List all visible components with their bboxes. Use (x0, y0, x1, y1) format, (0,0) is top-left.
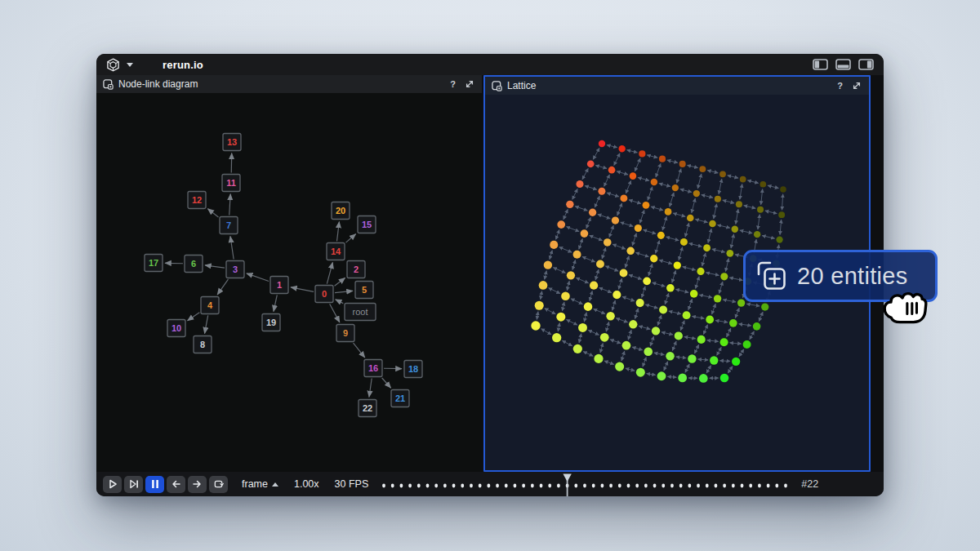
lattice-node[interactable] (659, 305, 667, 313)
graph-node-15[interactable]: 15 (358, 216, 376, 233)
help-icon[interactable]: ? (834, 81, 846, 91)
timeline-tick[interactable] (557, 484, 560, 488)
lattice-node[interactable] (556, 313, 565, 322)
lattice-node[interactable] (587, 160, 595, 167)
lattice-node[interactable] (737, 299, 745, 306)
lattice-node[interactable] (600, 333, 609, 342)
timeline-tick[interactable] (601, 484, 604, 488)
lattice-node[interactable] (740, 176, 746, 183)
lattice-node[interactable] (578, 323, 587, 332)
graph-node-14[interactable]: 14 (327, 243, 345, 260)
lattice-node[interactable] (743, 340, 751, 349)
panel-header-node-link[interactable]: Node-link diagram ? (96, 75, 482, 93)
lattice-node[interactable] (688, 354, 696, 362)
timeline-tick[interactable] (505, 484, 508, 488)
graph-node-9[interactable]: 9 (336, 325, 354, 342)
timeline-tick[interactable] (750, 484, 753, 488)
timeline-tick[interactable] (443, 484, 447, 488)
timeline-tick[interactable] (488, 484, 491, 488)
lattice-node[interactable] (644, 347, 653, 356)
lattice-node[interactable] (675, 331, 683, 340)
lattice-node[interactable] (674, 261, 681, 269)
graph-node-11[interactable]: 11 (222, 175, 240, 192)
timeline-tick[interactable] (575, 484, 578, 488)
help-icon[interactable]: ? (447, 79, 459, 89)
lattice-node[interactable] (531, 321, 540, 330)
timeline-tick[interactable] (391, 484, 394, 488)
timeline-tick[interactable] (514, 484, 517, 488)
timeline-tick[interactable] (627, 484, 630, 488)
graph-node-root[interactable]: root (345, 304, 376, 321)
graph-node-2[interactable]: 2 (347, 261, 365, 278)
lattice-node[interactable] (732, 358, 740, 366)
timeline-tick[interactable] (662, 484, 666, 488)
step-back-button[interactable] (167, 476, 185, 493)
timeline-tick[interactable] (706, 484, 709, 488)
lattice-node[interactable] (697, 268, 704, 275)
lattice-node[interactable] (699, 374, 708, 383)
lattice-node[interactable] (573, 251, 581, 259)
lattice-node[interactable] (680, 238, 688, 246)
timeline-tick[interactable] (697, 484, 700, 488)
lattice-node[interactable] (761, 303, 768, 310)
graph-node-13[interactable]: 13 (223, 134, 241, 151)
timeline-tick[interactable] (723, 484, 726, 488)
lattice-node[interactable] (703, 244, 710, 251)
lattice-node[interactable] (659, 156, 666, 162)
panel-header-lattice[interactable]: Lattice ? (485, 77, 869, 95)
lattice-node[interactable] (683, 311, 691, 319)
lattice-node[interactable] (620, 269, 628, 278)
lattice-node[interactable] (581, 229, 589, 238)
lattice-node[interactable] (552, 333, 561, 342)
lattice-node[interactable] (636, 368, 645, 377)
timeline-tick[interactable] (496, 484, 499, 488)
lattice-node[interactable] (620, 194, 627, 202)
lattice-node[interactable] (672, 184, 679, 191)
lattice-node[interactable] (619, 145, 626, 152)
lattice-node[interactable] (760, 181, 766, 188)
lattice-node[interactable] (736, 201, 742, 207)
graph-node-5[interactable]: 5 (355, 282, 373, 299)
play-button[interactable] (103, 476, 122, 493)
fps-indicator[interactable]: 30 FPS (335, 478, 369, 490)
lattice-node[interactable] (687, 215, 694, 222)
lattice-node[interactable] (596, 260, 604, 269)
lattice-node[interactable] (778, 211, 785, 218)
lattice-node[interactable] (726, 250, 733, 257)
lattice-node[interactable] (780, 186, 786, 193)
lattice-node[interactable] (665, 208, 672, 216)
lattice-node[interactable] (657, 371, 666, 380)
timeline-tick[interactable] (408, 484, 412, 488)
lattice-node[interactable] (651, 179, 657, 185)
lattice-node[interactable] (678, 374, 687, 383)
timeline-tick[interactable] (452, 484, 456, 488)
timeline-tick[interactable] (670, 484, 674, 488)
lattice-node[interactable] (615, 362, 624, 371)
graph-node-0[interactable]: 0 (315, 286, 333, 303)
graph-node-20[interactable]: 20 (332, 202, 350, 220)
lattice-node[interactable] (573, 344, 582, 353)
expand-icon[interactable] (464, 78, 475, 90)
lattice-node[interactable] (732, 225, 738, 232)
lattice-node[interactable] (561, 291, 570, 300)
timeline-tick[interactable] (479, 484, 482, 488)
lattice-node[interactable] (776, 236, 782, 242)
lattice-node[interactable] (606, 312, 614, 320)
graph-node-3[interactable]: 3 (226, 261, 244, 278)
timeline-tick[interactable] (784, 484, 787, 488)
graph-node-21[interactable]: 21 (391, 390, 409, 407)
timeline-tick[interactable] (618, 484, 621, 488)
lattice-node[interactable] (729, 319, 737, 327)
timeline-tick[interactable] (417, 484, 421, 488)
timeline-tick[interactable] (741, 484, 744, 488)
lattice-node[interactable] (635, 224, 642, 232)
graph-node-17[interactable]: 17 (145, 255, 163, 272)
lattice-node[interactable] (719, 171, 726, 177)
lattice-node[interactable] (594, 354, 603, 363)
caret-down-icon[interactable] (127, 63, 133, 67)
toggle-left-panel-icon[interactable] (813, 59, 828, 70)
timeline-tick[interactable] (531, 484, 534, 488)
lattice-node[interactable] (590, 282, 598, 290)
lattice-node[interactable] (566, 201, 573, 208)
lattice-node[interactable] (599, 140, 605, 147)
